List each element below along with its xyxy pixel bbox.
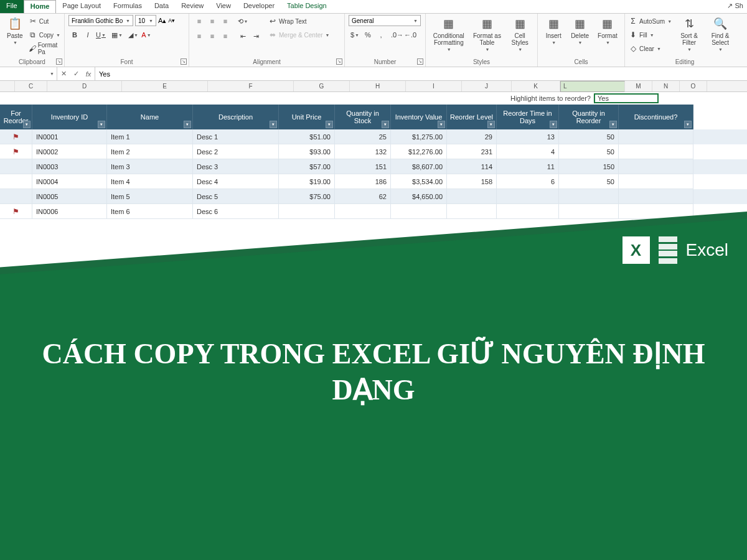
cell-inventory-id[interactable]: IN0002 (32, 144, 107, 159)
increase-indent-button[interactable]: ⇥ (250, 30, 262, 42)
cell-unit-price[interactable]: $19.00 (279, 174, 335, 189)
cell-reorder-level[interactable]: 114 (447, 159, 497, 174)
delete-button[interactable]: ▦Delete▼ (568, 15, 591, 46)
cell-reorder-level[interactable] (447, 189, 497, 204)
align-middle-button[interactable]: ≡ (206, 15, 218, 27)
cell-discontinued[interactable] (619, 189, 693, 204)
align-center-button[interactable]: ≡ (206, 30, 218, 42)
align-top-button[interactable]: ≡ (193, 15, 205, 27)
worksheet[interactable]: Highlight items to reorder? Yes For Reor… (0, 92, 747, 219)
th-unit-price[interactable]: Unit Price▾ (279, 105, 335, 129)
cell-description[interactable]: Desc 5 (193, 189, 279, 204)
italic-button[interactable]: I (82, 29, 94, 41)
increase-decimal-button[interactable]: .0→ (391, 29, 403, 41)
th-qty-in-stock[interactable]: Quantity in Stock▾ (335, 105, 391, 129)
insert-button[interactable]: ▦Insert▼ (542, 15, 565, 46)
align-right-button[interactable]: ≡ (219, 30, 232, 42)
cell-qty-in-reorder[interactable] (559, 204, 619, 219)
number-dialog-launcher[interactable]: ↘ (417, 58, 423, 65)
filter-icon[interactable]: ▾ (438, 121, 445, 128)
col-header-m[interactable]: M (625, 81, 652, 91)
th-inventory-value[interactable]: Inventory Value▾ (391, 105, 447, 129)
th-reorder-time[interactable]: Reorder Time in Days▾ (497, 105, 559, 129)
wrap-text-button[interactable]: ↩Wrap Text (268, 15, 330, 27)
th-inventory-id[interactable]: Inventory ID▾ (32, 105, 107, 129)
filter-icon[interactable]: ▾ (326, 121, 333, 128)
th-for-reorder[interactable]: For Reorder▾ (0, 105, 32, 129)
table-row[interactable]: ⚑IN0001Item 1Desc 1$51.0025$1,275.002913… (0, 129, 747, 144)
clipboard-dialog-launcher[interactable]: ↘ (56, 58, 62, 65)
font-color-button[interactable]: A▼ (140, 29, 153, 41)
find-select-button[interactable]: 🔍Find & Select▼ (707, 15, 734, 53)
col-header-h[interactable]: H (350, 81, 406, 91)
percent-format-button[interactable]: % (362, 29, 374, 41)
accounting-format-button[interactable]: $▼ (349, 29, 361, 41)
th-description[interactable]: Description▾ (193, 105, 279, 129)
bold-button[interactable]: B (68, 29, 81, 41)
filter-icon[interactable]: ▾ (550, 121, 557, 128)
cell-discontinued[interactable] (619, 159, 693, 174)
clear-button[interactable]: ◇Clear▼ (629, 42, 672, 55)
table-row[interactable]: ⚑IN0002Item 2Desc 2$93.00132$12,276.0023… (0, 144, 747, 159)
filter-icon[interactable]: ▾ (98, 121, 105, 128)
increase-font-button[interactable]: A▴ (158, 17, 166, 25)
cell-unit-price[interactable]: $75.00 (279, 189, 335, 204)
cell-reorder-level[interactable] (447, 204, 497, 219)
cell-inventory-id[interactable]: IN0004 (32, 174, 107, 189)
borders-button[interactable]: ▦▼ (111, 29, 123, 41)
col-header-k[interactable]: K (512, 81, 560, 91)
cell-description[interactable]: Desc 6 (193, 204, 279, 219)
th-name[interactable]: Name▾ (107, 105, 193, 129)
table-row[interactable]: IN0004Item 4Desc 4$19.00186$3,534.001586… (0, 174, 747, 189)
copy-button[interactable]: ⧉Copy▼ (29, 29, 60, 41)
cell-name[interactable]: Item 4 (107, 174, 193, 189)
comma-format-button[interactable]: , (375, 29, 387, 41)
format-button[interactable]: ▦Format▼ (594, 15, 621, 46)
cell-name[interactable]: Item 1 (107, 129, 193, 144)
cell-inventory-value[interactable]: $1,275.00 (391, 129, 447, 144)
col-header-j[interactable]: J (462, 81, 512, 91)
filter-icon[interactable]: ▾ (270, 121, 277, 128)
filter-icon[interactable]: ▾ (184, 121, 191, 128)
format-as-table-button[interactable]: ▦Format as Table▼ (471, 15, 504, 53)
filter-icon[interactable]: ▾ (684, 121, 692, 128)
cell-reorder-time[interactable]: 13 (497, 129, 559, 144)
cell-inventory-id[interactable]: IN0003 (32, 159, 107, 174)
col-header-f[interactable]: F (208, 81, 294, 91)
cell-qty-in-stock[interactable]: 62 (335, 189, 391, 204)
cell-qty-in-reorder[interactable]: 50 (559, 129, 619, 144)
cell-description[interactable]: Desc 4 (193, 174, 279, 189)
cell-inventory-value[interactable]: $8,607.00 (391, 159, 447, 174)
autosum-button[interactable]: ΣAutoSum▼ (629, 15, 672, 27)
fx-button[interactable]: fx (82, 70, 95, 78)
font-size-select[interactable]: 10▼ (135, 15, 156, 26)
orientation-button[interactable]: ⟲▼ (237, 15, 249, 27)
enter-formula-button[interactable]: ✓ (70, 70, 82, 78)
cell-qty-in-stock[interactable] (335, 204, 391, 219)
cell-qty-in-stock[interactable]: 151 (335, 159, 391, 174)
fill-color-button[interactable]: ◢▼ (127, 29, 139, 41)
tab-home[interactable]: Home (24, 0, 57, 13)
cell-discontinued[interactable] (619, 174, 693, 189)
fill-button[interactable]: ⬇Fill▼ (629, 29, 672, 41)
cell-unit-price[interactable] (279, 204, 335, 219)
cell-reorder-time[interactable]: 6 (497, 174, 559, 189)
align-bottom-button[interactable]: ≡ (219, 15, 232, 27)
cell-description[interactable]: Desc 1 (193, 129, 279, 144)
cell-inventory-id[interactable]: IN0005 (32, 189, 107, 204)
cell-inventory-id[interactable]: IN0001 (32, 129, 107, 144)
cell-styles-button[interactable]: ▦Cell Styles▼ (506, 15, 533, 53)
cell-qty-in-reorder[interactable] (559, 189, 619, 204)
col-header-l[interactable]: L (560, 81, 625, 92)
th-discontinued[interactable]: Discontinued?▾ (619, 105, 693, 129)
name-box[interactable]: ▼ (0, 67, 57, 80)
tab-review[interactable]: Review (175, 0, 210, 13)
th-qty-in-reorder[interactable]: Quantity in Reorder▾ (559, 105, 619, 129)
cell-inventory-value[interactable] (391, 204, 447, 219)
cell-name[interactable]: Item 3 (107, 159, 193, 174)
col-header-n[interactable]: N (652, 81, 680, 91)
sort-filter-button[interactable]: ⇅Sort & Filter▼ (675, 15, 703, 53)
underline-button[interactable]: U▼ (95, 29, 107, 41)
select-all-corner[interactable] (0, 81, 15, 91)
cell-name[interactable]: Item 5 (107, 189, 193, 204)
